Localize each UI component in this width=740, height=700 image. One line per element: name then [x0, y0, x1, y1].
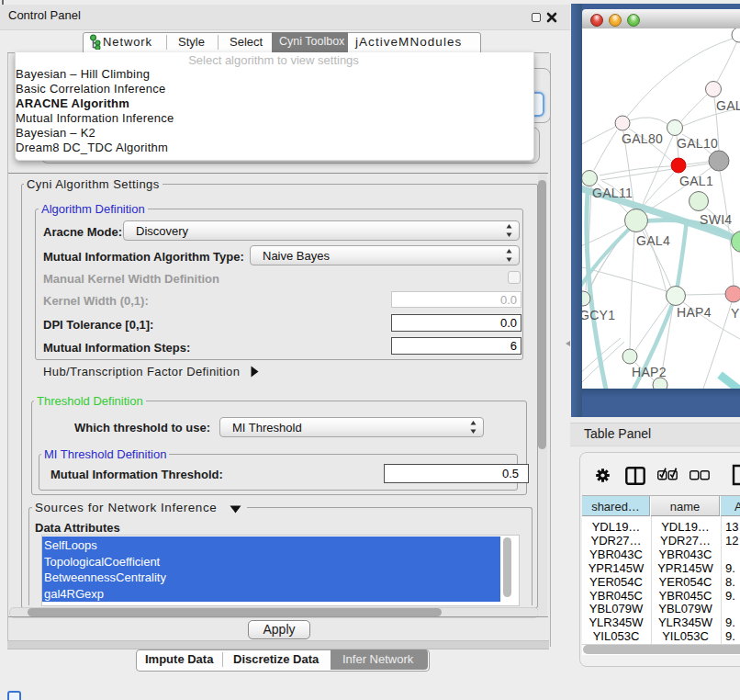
svg-text:GAL10: GAL10: [677, 136, 718, 151]
svg-text:HAP2: HAP2: [632, 365, 667, 379]
svg-text:GAL11: GAL11: [592, 186, 633, 200]
svg-text:GAL4: GAL4: [636, 233, 670, 248]
svg-text:SWI4: SWI4: [700, 212, 732, 227]
svg-text:GAL1: GAL1: [679, 174, 713, 188]
svg-text:YP: YP: [731, 306, 740, 321]
svg-text:GCY1: GCY1: [582, 308, 615, 322]
svg-text:HAP4: HAP4: [677, 305, 712, 320]
svg-text:GAL80: GAL80: [622, 131, 663, 146]
svg-text:GAL7: GAL7: [716, 98, 740, 113]
